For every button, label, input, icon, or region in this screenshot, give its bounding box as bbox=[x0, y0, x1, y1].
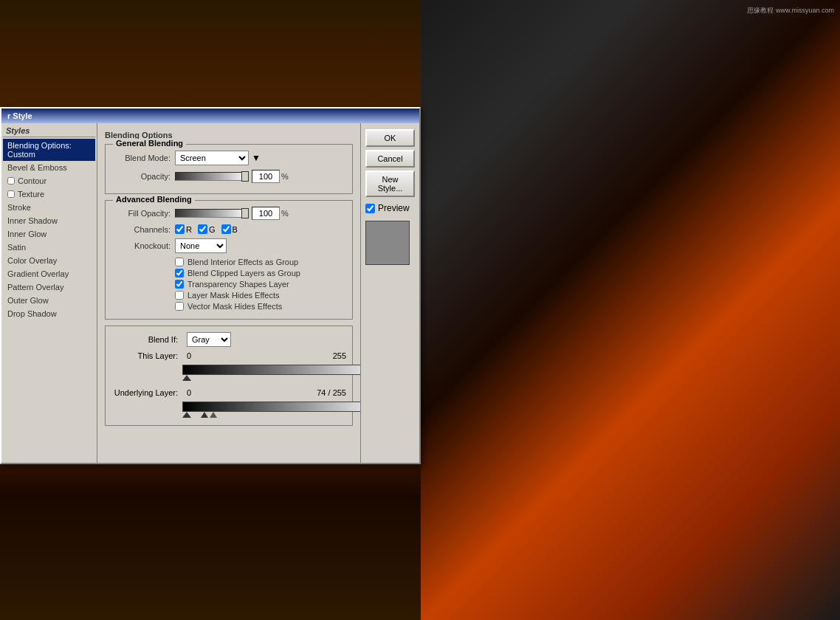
sidebar-label-gradient-overlay: Gradient Overlay bbox=[7, 269, 69, 278]
this-layer-left-arrow[interactable] bbox=[182, 375, 191, 381]
sidebar-label-inner-shadow: Inner Shadow bbox=[7, 216, 58, 225]
knockout-select[interactable]: None Shallow Deep bbox=[175, 238, 227, 253]
vector-mask-checkbox[interactable] bbox=[175, 302, 184, 311]
preview-checkbox[interactable] bbox=[365, 204, 375, 213]
texture-checkbox[interactable] bbox=[7, 190, 15, 198]
this-layer-slider-container bbox=[182, 365, 360, 375]
channel-g-checkbox[interactable] bbox=[198, 224, 207, 234]
this-layer-values: 0 255 bbox=[187, 351, 346, 360]
preview-box bbox=[365, 221, 410, 265]
sidebar-item-color-overlay[interactable]: Color Overlay bbox=[3, 254, 95, 267]
new-style-button[interactable]: New Style... bbox=[365, 170, 415, 197]
sidebar-label-bevel-emboss: Bevel & Emboss bbox=[7, 163, 67, 172]
blend-mode-row: Blend Mode: Screen Normal Multiply Overl… bbox=[111, 151, 346, 165]
transparency-shapes-checkbox[interactable] bbox=[175, 280, 184, 289]
sidebar-label-stroke: Stroke bbox=[7, 203, 31, 212]
sidebar-item-blending-options[interactable]: Blending Options: Custom bbox=[3, 139, 95, 161]
contour-checkbox[interactable] bbox=[7, 177, 15, 185]
channel-g-item: G bbox=[198, 224, 216, 234]
advanced-blending-title: Advanced Blending bbox=[113, 195, 195, 204]
dialog-body: Styles Blending Options: Custom Bevel & … bbox=[1, 123, 419, 463]
general-blending-title: General Blending bbox=[113, 139, 186, 148]
layer-mask-label: Layer Mask Hides Effects bbox=[187, 291, 280, 300]
sidebar-label-pattern-overlay: Pattern Overlay bbox=[7, 283, 63, 292]
channel-b-item: B bbox=[221, 224, 238, 234]
preview-row: Preview bbox=[365, 203, 415, 213]
sidebar-item-stroke[interactable]: Stroke bbox=[3, 201, 95, 214]
this-layer-values-row: This Layer: 0 255 bbox=[111, 351, 346, 360]
fill-opacity-label: Fill Opacity: bbox=[111, 209, 171, 218]
blend-if-section: Blend If: Gray Red Green Blue This Layer… bbox=[105, 326, 353, 426]
sidebar-item-inner-glow[interactable]: Inner Glow bbox=[3, 227, 95, 241]
sidebar-label-contour: Contour bbox=[18, 176, 47, 185]
channel-b-checkbox[interactable] bbox=[221, 224, 231, 234]
opacity-input[interactable] bbox=[252, 170, 280, 183]
this-layer-gradient-track[interactable] bbox=[182, 365, 360, 375]
sidebar-item-bevel-emboss[interactable]: Bevel & Emboss bbox=[3, 161, 95, 174]
sidebar-item-contour[interactable]: Contour bbox=[3, 174, 95, 187]
underlying-left-arrow-1[interactable] bbox=[182, 412, 191, 418]
opacity-slider-track[interactable] bbox=[175, 172, 249, 181]
vector-mask-row: Vector Mask Hides Effects bbox=[175, 302, 346, 311]
underlying-layer-gradient-track[interactable] bbox=[182, 402, 360, 412]
sidebar-item-texture[interactable]: Texture bbox=[3, 187, 95, 201]
underlying-split-arrows bbox=[201, 412, 217, 418]
underlying-layer-values: 0 74 / 255 bbox=[187, 388, 346, 397]
knockout-row: Knockout: None Shallow Deep bbox=[111, 238, 346, 253]
sidebar-item-drop-shadow[interactable]: Drop Shadow bbox=[3, 307, 95, 320]
sidebar-item-satin[interactable]: Satin bbox=[3, 241, 95, 254]
blend-mode-label: Blend Mode: bbox=[111, 154, 171, 162]
underlying-layer-slider-row bbox=[182, 402, 346, 412]
blend-clipped-checkbox[interactable] bbox=[175, 269, 184, 278]
advanced-blending-box: Advanced Blending Fill Opacity: % Channe… bbox=[105, 200, 353, 320]
sidebar-label-blending-options: Blending Options: Custom bbox=[7, 141, 91, 159]
this-layer-max: 255 bbox=[333, 351, 346, 360]
blend-clipped-label: Blend Clipped Layers as Group bbox=[187, 269, 300, 278]
sidebar-item-outer-glow[interactable]: Outer Glow bbox=[3, 294, 95, 307]
blend-mode-arrow: ▼ bbox=[252, 153, 261, 163]
layer-style-dialog: r Style Styles Blending Options: Custom … bbox=[0, 107, 421, 464]
blend-clipped-row: Blend Clipped Layers as Group bbox=[175, 269, 346, 278]
sidebar-label-texture: Texture bbox=[18, 190, 44, 199]
underlying-split-right-arrow[interactable] bbox=[210, 412, 217, 418]
dialog-title-bar: r Style bbox=[1, 108, 419, 123]
blend-interior-row: Blend Interior Effects as Group bbox=[175, 258, 346, 266]
ok-button[interactable]: OK bbox=[365, 129, 415, 147]
underlying-split-left-arrow[interactable] bbox=[201, 412, 208, 418]
opacity-label: Opacity: bbox=[111, 172, 171, 181]
fill-opacity-slider-track[interactable] bbox=[175, 209, 249, 218]
underlying-layer-container: Underlying Layer: 0 74 / 255 bbox=[111, 388, 346, 412]
underlying-layer-values-row: Underlying Layer: 0 74 / 255 bbox=[111, 388, 346, 397]
opacity-slider-thumb[interactable] bbox=[241, 171, 249, 182]
sidebar-item-gradient-overlay[interactable]: Gradient Overlay bbox=[3, 267, 95, 280]
channel-r-label: R bbox=[186, 225, 192, 234]
sidebar-label-inner-glow: Inner Glow bbox=[7, 230, 47, 238]
channels-checkboxes: R G B bbox=[175, 224, 238, 234]
blend-if-label: Blend If: bbox=[111, 335, 178, 344]
this-layer-slider-row bbox=[182, 365, 346, 375]
dialog-title-text: r Style bbox=[7, 111, 32, 120]
sidebar-label-color-overlay: Color Overlay bbox=[7, 256, 57, 265]
dialog-main-content: Blending Options General Blending Blend … bbox=[97, 123, 360, 463]
blend-mode-select[interactable]: Screen Normal Multiply Overlay bbox=[175, 151, 249, 165]
transparency-shapes-label: Transparency Shapes Layer bbox=[187, 280, 289, 289]
blend-interior-label: Blend Interior Effects as Group bbox=[187, 258, 298, 266]
channel-r-checkbox[interactable] bbox=[175, 224, 185, 234]
layer-mask-row: Layer Mask Hides Effects bbox=[175, 291, 346, 300]
transparency-shapes-row: Transparency Shapes Layer bbox=[175, 280, 346, 289]
opacity-percent: % bbox=[281, 172, 289, 181]
this-layer-min: 0 bbox=[187, 351, 191, 360]
sidebar-item-pattern-overlay[interactable]: Pattern Overlay bbox=[3, 280, 95, 294]
underlying-layer-split: 74 / 255 bbox=[317, 388, 346, 397]
sidebar-item-inner-shadow[interactable]: Inner Shadow bbox=[3, 214, 95, 227]
underlying-layer-min: 0 bbox=[187, 388, 191, 397]
fill-opacity-input[interactable] bbox=[252, 207, 280, 220]
channel-b-label: B bbox=[233, 225, 238, 234]
channel-r-item: R bbox=[175, 224, 192, 234]
fill-opacity-slider-thumb[interactable] bbox=[241, 208, 249, 218]
general-blending-box: General Blending Blend Mode: Screen Norm… bbox=[105, 144, 353, 194]
cancel-button[interactable]: Cancel bbox=[365, 150, 415, 168]
blend-if-select[interactable]: Gray Red Green Blue bbox=[187, 332, 231, 347]
layer-mask-checkbox[interactable] bbox=[175, 291, 184, 300]
blend-interior-checkbox[interactable] bbox=[175, 258, 184, 266]
